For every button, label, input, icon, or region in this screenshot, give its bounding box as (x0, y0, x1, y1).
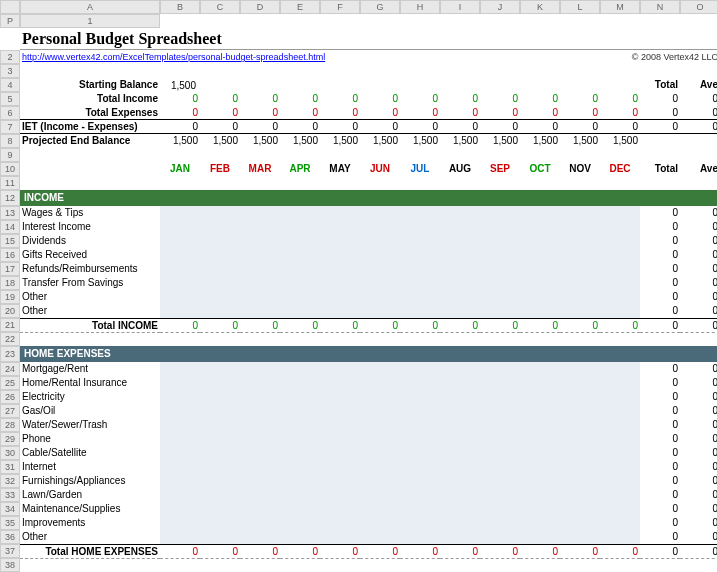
row-num[interactable]: 29 (0, 432, 20, 446)
cell-val[interactable]: 1,500 (360, 134, 400, 148)
row-num[interactable]: 34 (0, 502, 20, 516)
cell-input[interactable] (360, 488, 400, 502)
cell-val[interactable]: 0 (240, 106, 280, 120)
line-item[interactable]: Other (20, 530, 160, 544)
cell-val[interactable]: 0 (600, 106, 640, 120)
cell-input[interactable] (280, 460, 320, 474)
cell-input[interactable] (520, 390, 560, 404)
cell-input[interactable] (320, 390, 360, 404)
cell-val[interactable]: 0 (360, 92, 400, 106)
cell-input[interactable] (320, 206, 360, 220)
cell-val[interactable]: 0 (480, 120, 520, 134)
cell-input[interactable] (320, 362, 360, 376)
cell-input[interactable] (440, 530, 480, 544)
starting-balance-input[interactable] (160, 78, 200, 92)
cell-input[interactable] (520, 376, 560, 390)
cell-input[interactable] (320, 304, 360, 318)
cell-input[interactable] (480, 502, 520, 516)
cell-input[interactable] (240, 502, 280, 516)
cell-val[interactable]: 0 (600, 92, 640, 106)
cell-input[interactable] (400, 460, 440, 474)
col-A[interactable]: A (20, 0, 160, 14)
cell-input[interactable] (400, 362, 440, 376)
cell-input[interactable] (560, 304, 600, 318)
cell-input[interactable] (440, 474, 480, 488)
cell-input[interactable] (520, 502, 560, 516)
cell-input[interactable] (480, 262, 520, 276)
cell-input[interactable] (560, 404, 600, 418)
cell-input[interactable] (280, 262, 320, 276)
cell-val[interactable]: 0 (520, 106, 560, 120)
cell-val[interactable]: 1,500 (200, 134, 240, 148)
cell-input[interactable] (200, 206, 240, 220)
cell-input[interactable] (400, 262, 440, 276)
line-item[interactable]: Cable/Satellite (20, 446, 160, 460)
cell-input[interactable] (600, 234, 640, 248)
cell-input[interactable] (520, 276, 560, 290)
cell-input[interactable] (400, 488, 440, 502)
cell-input[interactable] (560, 206, 600, 220)
cell-input[interactable] (560, 446, 600, 460)
cell-input[interactable] (560, 488, 600, 502)
col-K[interactable]: K (520, 0, 560, 14)
cell-val[interactable]: 0 (560, 92, 600, 106)
cell-val[interactable]: 0 (440, 120, 480, 134)
cell-input[interactable] (520, 474, 560, 488)
row-num[interactable]: 18 (0, 276, 20, 290)
cell-input[interactable] (440, 432, 480, 446)
cell-input[interactable] (280, 276, 320, 290)
cell-input[interactable] (240, 248, 280, 262)
cell-input[interactable] (360, 304, 400, 318)
cell-val[interactable]: 0 (280, 106, 320, 120)
cell-input[interactable] (400, 290, 440, 304)
col-B[interactable]: B (160, 0, 200, 14)
cell-input[interactable] (600, 516, 640, 530)
col-G[interactable]: G (360, 0, 400, 14)
cell-val[interactable]: 0 (240, 120, 280, 134)
cell-input[interactable] (440, 206, 480, 220)
cell-input[interactable] (160, 488, 200, 502)
cell-input[interactable] (400, 446, 440, 460)
cell-input[interactable] (280, 390, 320, 404)
cell-input[interactable] (360, 474, 400, 488)
cell-val[interactable]: 0 (240, 92, 280, 106)
cell-input[interactable] (480, 432, 520, 446)
cell-input[interactable] (320, 276, 360, 290)
cell-input[interactable] (240, 432, 280, 446)
cell-input[interactable] (520, 304, 560, 318)
cell-input[interactable] (440, 234, 480, 248)
cell-input[interactable] (360, 234, 400, 248)
cell-val[interactable]: 0 (200, 92, 240, 106)
line-item[interactable]: Transfer From Savings (20, 276, 160, 290)
cell-input[interactable] (400, 432, 440, 446)
cell-input[interactable] (480, 488, 520, 502)
cell-input[interactable] (600, 502, 640, 516)
cell-val[interactable]: 0 (480, 106, 520, 120)
cell-input[interactable] (280, 474, 320, 488)
cell-input[interactable] (360, 460, 400, 474)
cell-input[interactable] (160, 234, 200, 248)
cell-input[interactable] (440, 248, 480, 262)
cell-input[interactable] (520, 206, 560, 220)
cell-input[interactable] (160, 516, 200, 530)
line-item[interactable]: Electricity (20, 390, 160, 404)
cell-input[interactable] (160, 362, 200, 376)
cell-input[interactable] (520, 432, 560, 446)
cell-input[interactable] (400, 206, 440, 220)
cell-input[interactable] (600, 304, 640, 318)
cell-input[interactable] (600, 390, 640, 404)
cell-val[interactable]: 0 (520, 92, 560, 106)
cell-val[interactable]: 0 (200, 106, 240, 120)
cell-input[interactable] (560, 290, 600, 304)
row-num[interactable]: 22 (0, 332, 20, 346)
col-I[interactable]: I (440, 0, 480, 14)
row-num[interactable]: 6 (0, 106, 20, 120)
cell-input[interactable] (560, 262, 600, 276)
row-num[interactable]: 7 (0, 120, 20, 134)
cell-input[interactable] (360, 220, 400, 234)
cell-val[interactable]: 1,500 (240, 134, 280, 148)
col-N[interactable]: N (640, 0, 680, 14)
cell-input[interactable] (600, 488, 640, 502)
cell-input[interactable] (280, 516, 320, 530)
cell-input[interactable] (240, 206, 280, 220)
